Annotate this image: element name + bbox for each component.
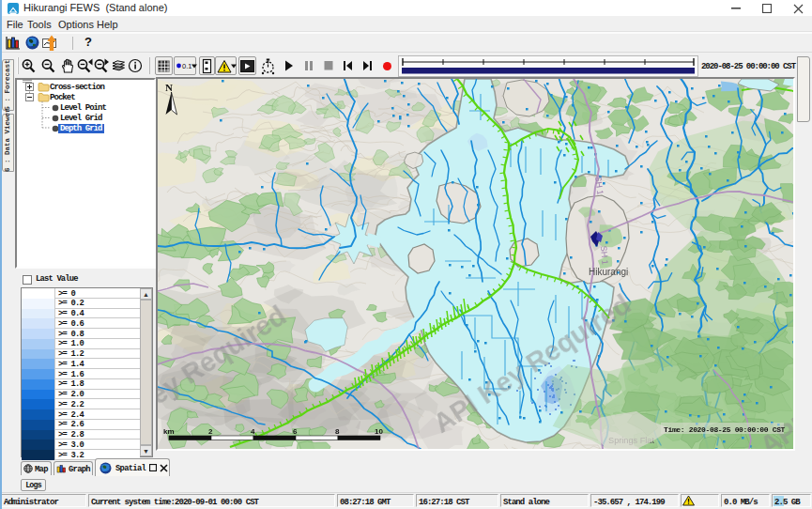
svg-text:Time: 2020-08-25 00:00:00 CST: Time: 2020-08-25 00:00:00 CST <box>664 425 786 434</box>
svg-text:km: km <box>163 427 175 436</box>
svg-text:N: N <box>165 82 173 93</box>
svg-text:10: 10 <box>375 427 383 436</box>
svg-text:Hikurangi: Hikurangi <box>589 267 628 277</box>
svg-text:8: 8 <box>335 427 340 436</box>
svg-text:4: 4 <box>251 427 255 436</box>
svg-text:SH 1: SH 1 <box>599 245 610 265</box>
svg-text:2: 2 <box>208 427 213 436</box>
svg-text:6: 6 <box>293 427 298 436</box>
